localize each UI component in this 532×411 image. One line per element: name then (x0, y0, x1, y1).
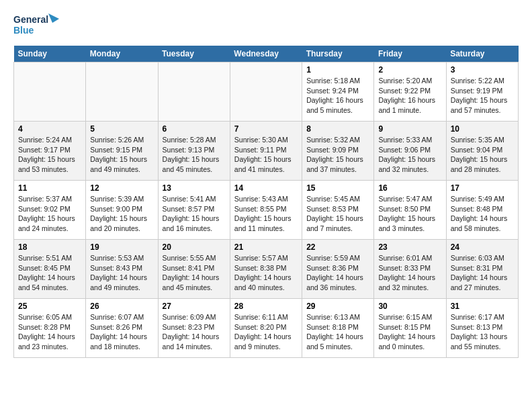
calendar-cell: 3Sunrise: 5:22 AM Sunset: 9:19 PM Daylig… (446, 62, 518, 122)
day-info: Sunrise: 5:26 AM Sunset: 9:15 PM Dayligh… (90, 135, 153, 175)
calendar-cell: 1Sunrise: 5:18 AM Sunset: 9:24 PM Daylig… (302, 62, 374, 122)
calendar-cell: 28Sunrise: 6:11 AM Sunset: 8:20 PM Dayli… (230, 299, 302, 358)
day-info: Sunrise: 6:01 AM Sunset: 8:33 PM Dayligh… (378, 253, 441, 293)
calendar-cell: 30Sunrise: 6:15 AM Sunset: 8:15 PM Dayli… (374, 299, 446, 358)
svg-marker-0 (48, 13, 59, 23)
calendar-cell: 5Sunrise: 5:26 AM Sunset: 9:15 PM Daylig… (86, 122, 158, 181)
col-header-tuesday: Tuesday (158, 46, 230, 62)
day-number: 16 (378, 183, 441, 193)
calendar-table: SundayMondayTuesdayWednesdayThursdayFrid… (13, 46, 519, 358)
day-number: 4 (18, 124, 81, 134)
day-number: 8 (306, 124, 369, 134)
page-header: GeneralBlue (13, 11, 519, 38)
day-info: Sunrise: 5:28 AM Sunset: 9:13 PM Dayligh… (163, 135, 226, 175)
calendar-cell (230, 62, 302, 122)
col-header-wednesday: Wednesday (230, 46, 302, 62)
calendar-cell: 4Sunrise: 5:24 AM Sunset: 9:17 PM Daylig… (14, 122, 86, 181)
calendar-cell (86, 62, 158, 122)
svg-text:Blue: Blue (13, 25, 34, 36)
svg-text:General: General (13, 14, 48, 25)
calendar-cell (14, 62, 86, 122)
week-row-2: 4Sunrise: 5:24 AM Sunset: 9:17 PM Daylig… (14, 122, 519, 181)
week-row-5: 25Sunrise: 6:05 AM Sunset: 8:28 PM Dayli… (14, 299, 519, 358)
day-info: Sunrise: 5:47 AM Sunset: 8:50 PM Dayligh… (378, 194, 441, 234)
calendar-cell: 25Sunrise: 6:05 AM Sunset: 8:28 PM Dayli… (14, 299, 86, 358)
calendar-cell: 16Sunrise: 5:47 AM Sunset: 8:50 PM Dayli… (374, 181, 446, 240)
day-number: 25 (18, 302, 81, 311)
calendar-cell: 8Sunrise: 5:32 AM Sunset: 9:09 PM Daylig… (302, 122, 374, 181)
calendar-cell: 13Sunrise: 5:41 AM Sunset: 8:57 PM Dayli… (158, 181, 230, 240)
day-info: Sunrise: 5:33 AM Sunset: 9:06 PM Dayligh… (378, 135, 441, 175)
week-row-4: 18Sunrise: 5:51 AM Sunset: 8:45 PM Dayli… (14, 240, 519, 299)
day-info: Sunrise: 5:22 AM Sunset: 9:19 PM Dayligh… (451, 76, 514, 116)
day-number: 5 (90, 124, 153, 134)
calendar-cell: 10Sunrise: 5:35 AM Sunset: 9:04 PM Dayli… (446, 122, 518, 181)
day-info: Sunrise: 5:39 AM Sunset: 9:00 PM Dayligh… (90, 194, 153, 234)
calendar-cell: 11Sunrise: 5:37 AM Sunset: 9:02 PM Dayli… (14, 181, 86, 240)
day-number: 11 (18, 183, 81, 193)
day-info: Sunrise: 5:45 AM Sunset: 8:53 PM Dayligh… (306, 194, 369, 234)
day-info: Sunrise: 5:59 AM Sunset: 8:36 PM Dayligh… (306, 253, 369, 293)
day-info: Sunrise: 6:03 AM Sunset: 8:31 PM Dayligh… (451, 253, 514, 293)
week-row-1: 1Sunrise: 5:18 AM Sunset: 9:24 PM Daylig… (14, 62, 519, 122)
day-info: Sunrise: 6:17 AM Sunset: 8:13 PM Dayligh… (451, 312, 514, 352)
day-number: 21 (234, 242, 298, 252)
calendar-cell: 15Sunrise: 5:45 AM Sunset: 8:53 PM Dayli… (302, 181, 374, 240)
day-info: Sunrise: 5:55 AM Sunset: 8:41 PM Dayligh… (163, 253, 226, 293)
col-header-friday: Friday (374, 46, 446, 62)
day-info: Sunrise: 5:18 AM Sunset: 9:24 PM Dayligh… (306, 76, 369, 116)
calendar-cell: 21Sunrise: 5:57 AM Sunset: 8:38 PM Dayli… (230, 240, 302, 299)
day-info: Sunrise: 6:05 AM Sunset: 8:28 PM Dayligh… (18, 312, 81, 352)
day-info: Sunrise: 5:20 AM Sunset: 9:22 PM Dayligh… (378, 76, 441, 116)
col-header-thursday: Thursday (302, 46, 374, 62)
day-number: 15 (306, 183, 369, 193)
day-number: 28 (234, 302, 298, 311)
calendar-cell: 7Sunrise: 5:30 AM Sunset: 9:11 PM Daylig… (230, 122, 302, 181)
calendar-cell: 24Sunrise: 6:03 AM Sunset: 8:31 PM Dayli… (446, 240, 518, 299)
day-number: 30 (378, 302, 441, 311)
calendar-cell: 20Sunrise: 5:55 AM Sunset: 8:41 PM Dayli… (158, 240, 230, 299)
calendar-cell: 22Sunrise: 5:59 AM Sunset: 8:36 PM Dayli… (302, 240, 374, 299)
calendar-cell: 12Sunrise: 5:39 AM Sunset: 9:00 PM Dayli… (86, 181, 158, 240)
calendar-cell: 23Sunrise: 6:01 AM Sunset: 8:33 PM Dayli… (374, 240, 446, 299)
day-number: 23 (378, 242, 441, 252)
day-info: Sunrise: 6:15 AM Sunset: 8:15 PM Dayligh… (378, 312, 441, 352)
day-info: Sunrise: 6:09 AM Sunset: 8:23 PM Dayligh… (163, 312, 226, 352)
day-info: Sunrise: 6:11 AM Sunset: 8:20 PM Dayligh… (234, 312, 298, 352)
day-info: Sunrise: 5:53 AM Sunset: 8:43 PM Dayligh… (90, 253, 153, 293)
day-number: 6 (163, 124, 226, 134)
col-header-sunday: Sunday (14, 46, 86, 62)
col-header-monday: Monday (86, 46, 158, 62)
day-info: Sunrise: 5:41 AM Sunset: 8:57 PM Dayligh… (163, 194, 226, 234)
calendar-cell: 27Sunrise: 6:09 AM Sunset: 8:23 PM Dayli… (158, 299, 230, 358)
day-number: 3 (451, 65, 514, 75)
day-info: Sunrise: 5:30 AM Sunset: 9:11 PM Dayligh… (234, 135, 298, 175)
day-info: Sunrise: 5:57 AM Sunset: 8:38 PM Dayligh… (234, 253, 298, 293)
calendar-cell: 29Sunrise: 6:13 AM Sunset: 8:18 PM Dayli… (302, 299, 374, 358)
day-number: 2 (378, 65, 441, 75)
calendar-cell: 14Sunrise: 5:43 AM Sunset: 8:55 PM Dayli… (230, 181, 302, 240)
day-number: 12 (90, 183, 153, 193)
day-info: Sunrise: 5:49 AM Sunset: 8:48 PM Dayligh… (451, 194, 514, 234)
day-number: 18 (18, 242, 81, 252)
day-number: 1 (306, 65, 369, 75)
day-number: 17 (451, 183, 514, 193)
day-info: Sunrise: 6:13 AM Sunset: 8:18 PM Dayligh… (306, 312, 369, 352)
day-info: Sunrise: 5:32 AM Sunset: 9:09 PM Dayligh… (306, 135, 369, 175)
day-number: 29 (306, 302, 369, 311)
day-info: Sunrise: 5:43 AM Sunset: 8:55 PM Dayligh… (234, 194, 298, 234)
calendar-cell: 26Sunrise: 6:07 AM Sunset: 8:26 PM Dayli… (86, 299, 158, 358)
day-number: 14 (234, 183, 298, 193)
calendar-cell: 31Sunrise: 6:17 AM Sunset: 8:13 PM Dayli… (446, 299, 518, 358)
day-info: Sunrise: 5:35 AM Sunset: 9:04 PM Dayligh… (451, 135, 514, 175)
calendar-cell: 2Sunrise: 5:20 AM Sunset: 9:22 PM Daylig… (374, 62, 446, 122)
day-number: 10 (451, 124, 514, 134)
calendar-cell: 18Sunrise: 5:51 AM Sunset: 8:45 PM Dayli… (14, 240, 86, 299)
day-number: 7 (234, 124, 298, 134)
logo-svg: GeneralBlue (13, 11, 60, 38)
logo: GeneralBlue (13, 11, 60, 38)
day-info: Sunrise: 6:07 AM Sunset: 8:26 PM Dayligh… (90, 312, 153, 352)
day-number: 24 (451, 242, 514, 252)
calendar-cell: 9Sunrise: 5:33 AM Sunset: 9:06 PM Daylig… (374, 122, 446, 181)
day-number: 26 (90, 302, 153, 311)
